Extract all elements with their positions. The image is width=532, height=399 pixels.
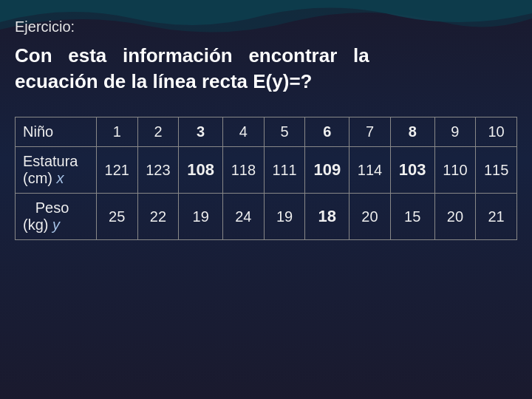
cell-peso-6: 18 bbox=[305, 194, 349, 240]
cell-nino-3: 3 bbox=[179, 117, 223, 147]
cell-est-5: 111 bbox=[264, 147, 305, 194]
cell-peso-8: 15 bbox=[390, 194, 434, 240]
cell-peso-9: 20 bbox=[434, 194, 476, 240]
cell-est-8: 103 bbox=[390, 147, 434, 194]
cell-peso-5: 19 bbox=[264, 194, 305, 240]
cell-est-9: 110 bbox=[434, 147, 476, 194]
cell-peso-2: 22 bbox=[137, 194, 179, 240]
page-title: Ejercicio: bbox=[15, 18, 517, 35]
row-header-nino: Niño bbox=[16, 117, 97, 147]
cell-peso-4: 24 bbox=[223, 194, 265, 240]
cell-nino-10: 10 bbox=[476, 117, 517, 147]
table-row-estatura: Estatura(cm) x 121 123 108 118 111 109 1… bbox=[16, 147, 517, 194]
cell-nino-2: 2 bbox=[137, 117, 179, 147]
row-header-estatura: Estatura(cm) x bbox=[16, 147, 97, 194]
cell-nino-1: 1 bbox=[96, 117, 137, 147]
question-line1: Con esta información encontrar la bbox=[15, 44, 369, 66]
question-text: Con esta información encontrar la ecuaci… bbox=[15, 43, 517, 95]
cell-peso-7: 20 bbox=[349, 194, 391, 240]
table-row-nino: Niño 1 2 3 4 5 6 7 8 9 10 bbox=[16, 117, 517, 147]
cell-est-3: 108 bbox=[179, 147, 223, 194]
cell-est-1: 121 bbox=[96, 147, 137, 194]
cell-est-4: 118 bbox=[223, 147, 265, 194]
cell-nino-7: 7 bbox=[349, 117, 391, 147]
table-row-peso: Peso(kg) y 25 22 19 24 19 18 20 15 20 21 bbox=[16, 194, 517, 240]
cell-est-7: 114 bbox=[349, 147, 391, 194]
cell-nino-6: 6 bbox=[305, 117, 349, 147]
cell-nino-5: 5 bbox=[264, 117, 305, 147]
cell-peso-1: 25 bbox=[96, 194, 137, 240]
data-table-container: Niño 1 2 3 4 5 6 7 8 9 10 Estatura(cm) x bbox=[15, 117, 517, 240]
cell-nino-8: 8 bbox=[390, 117, 434, 147]
row-header-peso: Peso(kg) y bbox=[16, 194, 97, 240]
cell-est-2: 123 bbox=[137, 147, 179, 194]
cell-est-10: 115 bbox=[476, 147, 517, 194]
question-line2: ecuación de la línea recta E(y)=? bbox=[15, 70, 312, 92]
cell-peso-3: 19 bbox=[179, 194, 223, 240]
cell-est-6: 109 bbox=[305, 147, 349, 194]
cell-nino-9: 9 bbox=[434, 117, 476, 147]
data-table: Niño 1 2 3 4 5 6 7 8 9 10 Estatura(cm) x bbox=[15, 117, 517, 240]
cell-peso-10: 21 bbox=[476, 194, 517, 240]
cell-nino-4: 4 bbox=[223, 117, 265, 147]
